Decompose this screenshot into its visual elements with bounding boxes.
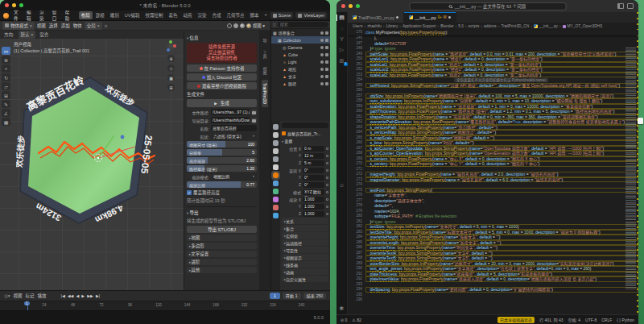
nav-icon-0[interactable]: ⊕ [167,55,175,62]
properties-panel[interactable]: 视图显示 [282,254,328,260]
link-button[interactable]: 加入 Discord 社区 [187,73,257,81]
hexagon-trail-model[interactable]: 高黎贡百花岭 欢乐徒步 25-05-05 4.98km 3124m 欢乐徒步 [16,73,189,270]
transform-value[interactable]: 1.000 [303,204,324,210]
camera-toggle-icon[interactable] [325,60,328,64]
mode-dropdown[interactable]: 物体模式▾ [2,22,35,30]
lock-icon[interactable] [326,191,328,193]
camera-toggle-icon[interactable] [325,68,328,71]
snap-magnet-icon[interactable]: ∪ [105,23,108,28]
wireframe-shading-icon[interactable] [227,23,232,28]
extensions-icon[interactable]: ⊞1 [336,58,348,64]
value-slider[interactable]: 分辨率5 [187,149,257,156]
value-slider[interactable]: 地图尺寸 (毫米)100 [187,141,257,147]
outliner-row[interactable]: ▲文字 [271,73,330,80]
code-editor[interactable]: 246 },247 default='FACTOR'248 )# type: i… [348,35,638,314]
workspace-tab[interactable]: 合成 [210,11,224,19]
workspace-tab[interactable]: 几何节点 [225,11,247,19]
eye-toggle-icon[interactable] [320,53,324,56]
transform-value[interactable]: 12 m [303,153,324,159]
properties-tab-9[interactable] [273,197,279,202]
outliner-row[interactable]: ▲路径 [271,80,330,87]
properties-tab-6[interactable] [273,172,279,178]
blend-label[interactable]: 混合 [39,31,48,38]
eye-toggle-icon[interactable] [320,82,324,85]
orientation-gizmo[interactable] [166,41,176,52]
command-center-search[interactable]: __init__.py — 此文件存在 63 个问题 [409,2,566,10]
folder-icon[interactable] [251,110,257,115]
value-slider[interactable]: 路径厚度 (毫米)1.20 [187,165,257,172]
camera-toggle-icon[interactable] [325,39,328,42]
status-item[interactable]: 已共享编辑器状态 [497,317,535,323]
breadcrumb-item[interactable]: zhashifu [367,24,382,28]
export-stl-obj-button[interactable]: 导出 STL/OBJ [187,226,257,233]
transform-panel-header[interactable]: 变换 [282,138,328,143]
editor-tab[interactable]: TrailPrint3D_cn.py [348,12,404,23]
status-item[interactable]: 空格: 4 [568,317,581,322]
timeline-ruler[interactable]: 1 24487296120144168192216240 [0,301,330,310]
source-control-icon[interactable]: Y [336,36,348,42]
gizmo-z-handle[interactable] [121,135,125,139]
outliner-row[interactable]: ▦场景集合 [271,29,330,36]
close-button[interactable] [341,4,345,8]
outliner-row[interactable]: ◎Camera [271,44,330,51]
generate-button[interactable]: 生成 [187,99,257,107]
properties-panel[interactable]: 关系 [282,218,328,224]
transform-value[interactable]: 1.000 [303,197,324,202]
sidebar-tab-视图[interactable]: 视图 [262,64,269,78]
breadcrumb-item[interactable]: Library [386,24,398,28]
scene-selector[interactable]: Scene [270,12,294,19]
collapsed-section[interactable]: 地图 [187,235,257,241]
lock-icon[interactable] [326,206,328,208]
properties-tab-0[interactable] [273,124,279,130]
desktop-file-icon[interactable] [638,118,643,124]
rendered-shading-icon[interactable] [246,23,251,28]
outliner-search-input[interactable]: 搜索 [278,22,328,27]
lock-icon[interactable] [326,155,328,157]
properties-search-input[interactable] [282,123,328,128]
workspace-tab[interactable]: 动画 [181,11,195,19]
properties-panel[interactable]: 自定义属性 [282,276,328,282]
viewport-tool-0[interactable]: ▭ [2,47,10,55]
timeline-menu-item[interactable]: 视图 [14,293,23,299]
link-button[interactable]: 在 Patreon 支持作者 [187,64,257,72]
info-section-header[interactable]: 信息 [187,35,257,41]
outliner-row[interactable]: ☼Light [271,58,330,65]
timeline-menu-item[interactable]: 标记 [26,293,35,299]
camera-toggle-icon[interactable] [325,31,328,35]
field-value[interactable]: /Users/zhas...97 (1).gpx [211,109,250,115]
orientation-dropdown[interactable]: 全局▾ [85,22,102,30]
overwrite-path-height-checkbox[interactable]: ✓ 覆盖路径高度 [187,189,257,196]
explorer-icon[interactable]: ▤ [336,15,348,21]
camera-toggle-icon[interactable] [325,75,328,78]
vscode-titlebar[interactable]: __init__.py — 此文件存在 63 个问题 [336,0,638,12]
camera-toggle-icon[interactable] [325,53,328,56]
viewport-tool-7[interactable]: ∠ [2,109,10,117]
outliner-row[interactable]: ▲Cube [271,51,330,58]
current-frame-field[interactable]: 1 [270,293,280,299]
viewlayer-selector[interactable]: ViewLayer [295,12,327,19]
viewport-menu-item[interactable]: 添加 [61,23,70,29]
workspace-tab[interactable]: 着色 [166,11,180,19]
export-section-header[interactable]: 导出 [187,210,257,216]
settings-icon[interactable]: ✱ [336,305,348,312]
minimap[interactable] [625,48,636,289]
eye-toggle-icon[interactable] [320,31,324,35]
lock-icon[interactable] [326,184,328,186]
maximize-button[interactable] [356,4,360,8]
camera-toggle-icon[interactable] [325,82,328,85]
workspace-tab[interactable]: + [262,11,270,19]
transport-button[interactable]: ▶▶ [87,293,93,298]
viewport-menu-item[interactable]: 选择 [49,23,58,29]
eye-toggle-icon[interactable] [320,39,324,42]
transport-button[interactable]: ◀◀ [68,293,74,298]
eye-toggle-icon[interactable] [320,68,324,71]
lock-icon[interactable] [326,162,328,164]
lock-icon[interactable] [326,198,328,201]
link-button[interactable]: 观看完整介绍视频教程 [187,82,257,89]
playhead[interactable]: 1 [27,301,28,310]
breadcrumbs[interactable]: Users›zhashifu›Library›Application Suppo… [348,23,638,30]
eye-toggle-icon[interactable] [320,75,324,78]
frame-start-field[interactable]: 开始1 [283,293,301,299]
collapsed-section[interactable]: 文字设置 [187,251,257,257]
workspace-tab[interactable]: 布局 [79,11,93,19]
